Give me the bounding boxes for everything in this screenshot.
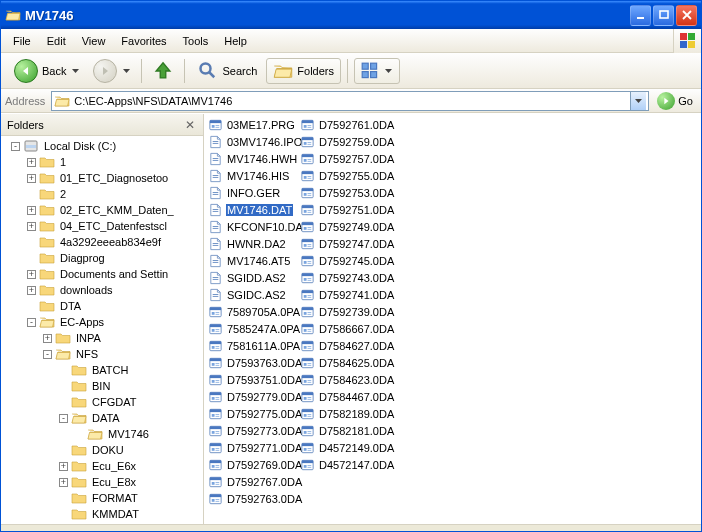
menu-view[interactable]: View [74,32,114,50]
menu-tools[interactable]: Tools [175,32,217,50]
file-item[interactable]: INFO.GER [208,184,300,201]
forward-button[interactable] [89,55,135,87]
expand-toggle[interactable] [75,430,84,439]
file-item[interactable]: D7584627.0DA [300,337,392,354]
tree-node[interactable]: DTA [1,298,203,314]
file-item[interactable]: MV1746.AT5 [208,252,300,269]
expand-toggle[interactable]: + [27,286,36,295]
expand-toggle[interactable] [59,494,68,503]
expand-toggle[interactable]: + [27,206,36,215]
file-item[interactable]: D7592771.0DA [208,439,300,456]
file-item[interactable]: D7592757.0DA [300,150,392,167]
expand-toggle[interactable]: + [27,270,36,279]
tree-node[interactable]: +downloads [1,282,203,298]
file-item[interactable]: D7592745.0DA [300,252,392,269]
tree-node[interactable]: Diagprog [1,250,203,266]
chevron-down-icon[interactable] [70,69,80,73]
expand-toggle[interactable]: + [27,174,36,183]
file-item[interactable]: D7592767.0DA [208,473,300,490]
tree-node[interactable]: FORMAT [1,490,203,506]
expand-toggle[interactable]: + [59,478,68,487]
file-item[interactable]: SGIDC.AS2 [208,286,300,303]
tree-node[interactable]: +Documents and Settin [1,266,203,282]
expand-toggle[interactable]: + [43,334,52,343]
tree-node[interactable]: -NFS [1,346,203,362]
tree-node[interactable]: +Ecu_E6x [1,458,203,474]
tree-node[interactable]: -DATA [1,410,203,426]
file-item[interactable]: D7592741.0DA [300,286,392,303]
expand-toggle[interactable] [27,238,36,247]
expand-toggle[interactable]: - [59,414,68,423]
tree-node[interactable]: +04_ETC_Datenfestscl [1,218,203,234]
file-item[interactable]: D7592749.0DA [300,218,392,235]
file-item[interactable]: D7593763.0DA [208,354,300,371]
file-item[interactable]: D7586667.0DA [300,320,392,337]
file-item[interactable]: D7593751.0DA [208,371,300,388]
tree-node[interactable]: MV1746 [1,426,203,442]
go-button[interactable]: Go [653,92,697,110]
file-item[interactable]: D7592739.0DA [300,303,392,320]
file-item[interactable]: MV1746.HIS [208,167,300,184]
file-item[interactable]: SGIDD.AS2 [208,269,300,286]
maximize-button[interactable] [653,5,674,26]
expand-toggle[interactable]: - [27,318,36,327]
file-item[interactable]: 7585247A.0PA [208,320,300,337]
expand-toggle[interactable]: - [11,142,20,151]
file-item[interactable]: D7592779.0DA [208,388,300,405]
file-item[interactable]: 7581611A.0PA [208,337,300,354]
tree-node[interactable]: CFGDAT [1,394,203,410]
file-item[interactable]: D7592755.0DA [300,167,392,184]
file-item[interactable]: MV1746.HWH [208,150,300,167]
expand-toggle[interactable] [27,254,36,263]
close-pane-button[interactable]: ✕ [183,118,197,132]
expand-toggle[interactable] [59,366,68,375]
file-item[interactable]: D7584467.0DA [300,388,392,405]
file-item[interactable]: D7592753.0DA [300,184,392,201]
file-item[interactable]: 03MV1746.IPO [208,133,300,150]
tree-node[interactable]: +02_ETC_KMM_Daten_ [1,202,203,218]
tree-node[interactable]: -EC-Apps [1,314,203,330]
menu-help[interactable]: Help [216,32,255,50]
expand-toggle[interactable] [59,510,68,519]
file-item[interactable]: 03ME17.PRG [208,116,300,133]
tree-node[interactable]: BIN [1,378,203,394]
tree-node[interactable]: KMMDAT [1,506,203,522]
file-item[interactable]: HWNR.DA2 [208,235,300,252]
tree-node[interactable]: +Ecu_E8x [1,474,203,490]
tree-node[interactable]: -Local Disk (C:) [1,138,203,154]
file-item[interactable]: 7589705A.0PA [208,303,300,320]
tree-node[interactable]: +INPA [1,330,203,346]
titlebar[interactable]: MV1746 [1,1,701,29]
expand-toggle[interactable] [27,190,36,199]
menu-favorites[interactable]: Favorites [113,32,174,50]
close-button[interactable] [676,5,697,26]
address-input[interactable]: C:\EC-Apps\NFS\DATA\MV1746 [51,91,649,111]
tree-node[interactable]: DOKU [1,442,203,458]
tree-node[interactable]: BATCH [1,362,203,378]
expand-toggle[interactable] [59,382,68,391]
menu-file[interactable]: File [5,32,39,50]
file-item[interactable]: D7592761.0DA [300,116,392,133]
views-button[interactable] [354,58,400,84]
file-item[interactable]: D7584625.0DA [300,354,392,371]
tree-node[interactable]: +1 [1,154,203,170]
back-button[interactable]: Back [7,55,87,87]
address-dropdown-button[interactable] [630,92,646,110]
file-item[interactable]: D4572147.0DA [300,456,392,473]
file-item[interactable]: D7584623.0DA [300,371,392,388]
file-item[interactable]: D7592775.0DA [208,405,300,422]
expand-toggle[interactable] [27,302,36,311]
expand-toggle[interactable]: + [27,158,36,167]
file-item[interactable]: D7582189.0DA [300,405,392,422]
expand-toggle[interactable] [59,446,68,455]
files-pane[interactable]: 03ME17.PRG03MV1746.IPOMV1746.HWHMV1746.H… [204,114,701,524]
chevron-down-icon[interactable] [121,69,131,73]
file-item[interactable]: D4572149.0DA [300,439,392,456]
file-item[interactable]: D7592751.0DA [300,201,392,218]
menu-edit[interactable]: Edit [39,32,74,50]
tree-node[interactable]: 2 [1,186,203,202]
folder-tree[interactable]: -Local Disk (C:)+1+01_ETC_Diagnosetoo2+0… [1,136,203,524]
up-button[interactable] [148,56,178,86]
file-item[interactable]: D7592763.0DA [208,490,300,507]
tree-node[interactable]: 4a3292eeeab834e9f [1,234,203,250]
